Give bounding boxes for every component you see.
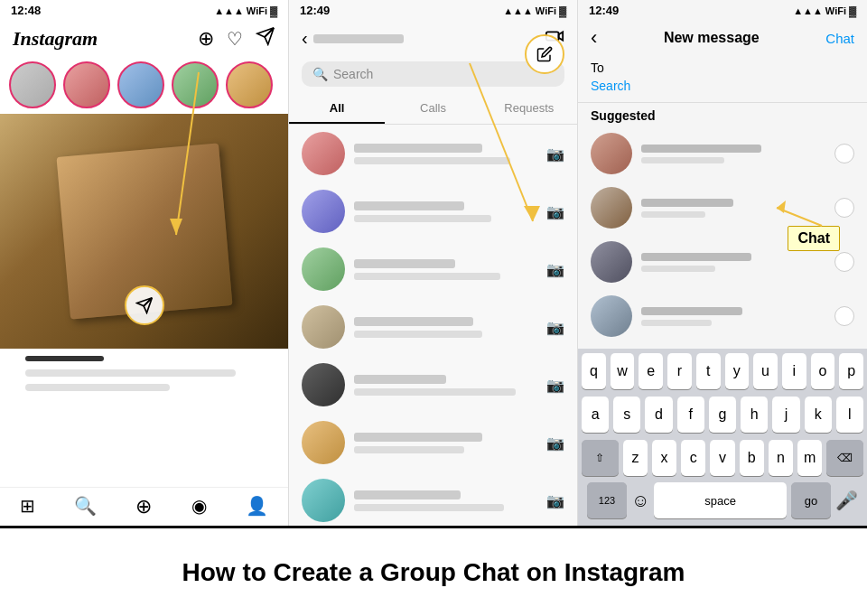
message-item[interactable]: 📷 [289, 471, 577, 526]
camera-icon: 📷 [546, 319, 564, 336]
key-p[interactable]: p [839, 353, 863, 389]
camera-icon: 📷 [546, 145, 564, 163]
send-icon[interactable] [256, 26, 275, 51]
message-item[interactable]: 📷 [289, 125, 577, 182]
stories-row [0, 56, 288, 114]
key-g[interactable]: g [709, 397, 736, 433]
profile-icon[interactable]: 👤 [246, 495, 268, 518]
key-z[interactable]: z [623, 440, 648, 476]
signal-icon: ▲▲▲ [793, 5, 823, 16]
story-item[interactable] [117, 61, 164, 108]
go-key[interactable]: go [791, 482, 831, 518]
message-item[interactable]: 📷 [289, 182, 577, 240]
mic-key[interactable]: 🎤 [835, 490, 858, 511]
screen1-header: Instagram ⊕ ♡ [0, 21, 288, 56]
suggested-content [641, 145, 825, 163]
key-r[interactable]: r [667, 353, 692, 389]
share-button[interactable] [125, 285, 164, 325]
key-q[interactable]: q [582, 353, 606, 389]
suggested-sub [641, 320, 712, 326]
key-h[interactable]: h [741, 397, 768, 433]
compose-icon-annotated[interactable] [525, 34, 564, 74]
suggested-avatar [591, 133, 632, 174]
screen1-status-icons: ▲▲▲ WiFi ▓ [214, 5, 277, 16]
chat-button[interactable]: Chat [825, 31, 854, 46]
add-nav-icon[interactable]: ⊕ [135, 495, 152, 518]
battery-icon: ▓ [559, 5, 566, 16]
select-radio[interactable] [834, 252, 854, 272]
msg-content [354, 144, 537, 164]
msg-preview [354, 331, 482, 338]
message-item[interactable]: 📷 [289, 298, 577, 356]
key-x[interactable]: x [652, 440, 676, 476]
key-t[interactable]: t [696, 353, 721, 389]
key-e[interactable]: e [639, 353, 663, 389]
avatar [302, 305, 345, 349]
suggested-name [641, 199, 733, 207]
key-k[interactable]: k [805, 397, 832, 433]
search-field[interactable]: Search [591, 79, 854, 93]
suggested-sub [641, 211, 705, 218]
tab-calls[interactable]: Calls [385, 94, 480, 124]
suggested-name [641, 145, 761, 153]
key-a[interactable]: a [582, 397, 609, 433]
tab-requests[interactable]: Requests [481, 94, 577, 124]
screen2-header-left: ‹ [302, 28, 404, 49]
instagram-logo: Instagram [13, 27, 98, 51]
add-icon[interactable]: ⊕ [198, 27, 214, 51]
heart-icon[interactable]: ♡ [227, 28, 243, 50]
key-c[interactable]: c [681, 440, 705, 476]
story-item[interactable] [226, 61, 273, 108]
select-radio[interactable] [834, 198, 854, 218]
screen3-header: ‹ New message Chat [578, 21, 867, 57]
key-b[interactable]: b [740, 440, 764, 476]
key-j[interactable]: j [772, 397, 799, 433]
tab-all[interactable]: All [289, 94, 385, 124]
key-d[interactable]: d [645, 397, 672, 433]
delete-key[interactable]: ⌫ [826, 440, 863, 476]
story-item[interactable] [9, 61, 56, 108]
story-item[interactable] [172, 61, 219, 108]
key-s[interactable]: s [613, 397, 640, 433]
back-button[interactable]: ‹ [591, 26, 597, 50]
suggested-item[interactable] [578, 126, 867, 181]
reels-icon[interactable]: ◉ [191, 495, 207, 518]
story-item[interactable] [63, 61, 110, 108]
screen1-header-icons: ⊕ ♡ [198, 26, 275, 51]
message-item[interactable]: 📷 [289, 240, 577, 298]
msg-right: 📷 [546, 319, 564, 336]
page-title: How to Create a Group Chat on Instagram [182, 558, 685, 587]
back-icon[interactable]: ‹ [302, 28, 308, 49]
key-o[interactable]: o [811, 353, 835, 389]
key-i[interactable]: i [782, 353, 806, 389]
space-key[interactable]: space [654, 482, 787, 518]
key-n[interactable]: n [769, 440, 793, 476]
wifi-icon: WiFi [247, 5, 267, 16]
msg-name [354, 375, 446, 384]
key-u[interactable]: u [753, 353, 778, 389]
shift-key[interactable]: ⇧ [582, 440, 619, 476]
message-item[interactable]: 📷 [289, 356, 577, 414]
suggested-item[interactable] [578, 289, 867, 343]
msg-preview [354, 215, 491, 222]
key-l[interactable]: l [836, 397, 863, 433]
key-w[interactable]: w [611, 353, 635, 389]
numbers-key[interactable]: 123 [587, 482, 627, 518]
home-icon[interactable]: ⊞ [20, 495, 35, 518]
key-f[interactable]: f [677, 397, 704, 433]
emoji-key[interactable]: ☺ [631, 490, 649, 511]
camera-icon: 📷 [546, 261, 564, 278]
message-item[interactable]: 📷 [289, 414, 577, 471]
search-nav-icon[interactable]: 🔍 [74, 495, 97, 518]
select-radio[interactable] [834, 306, 854, 326]
bottom-nav: ⊞ 🔍 ⊕ ◉ 👤 [0, 487, 288, 526]
select-radio[interactable] [834, 144, 854, 163]
suggested-name [641, 253, 751, 261]
key-v[interactable]: v [710, 440, 734, 476]
signal-icon: ▲▲▲ [503, 5, 533, 16]
key-y[interactable]: y [725, 353, 750, 389]
search-bar[interactable]: 🔍 Search [302, 61, 564, 87]
key-m[interactable]: m [797, 440, 822, 476]
suggested-avatar [591, 187, 632, 229]
suggested-name [641, 307, 742, 315]
